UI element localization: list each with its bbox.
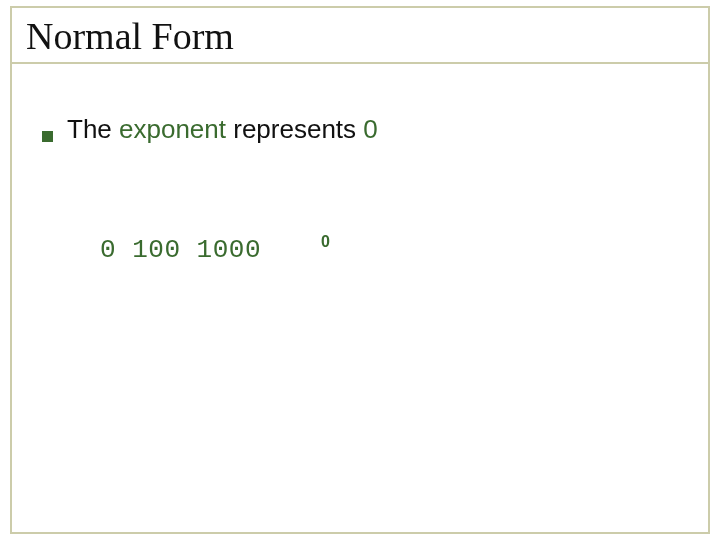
bullet-exponent-word: exponent — [119, 114, 226, 144]
bullet-zero: 0 — [363, 114, 377, 144]
slide-content: The exponent represents 0 0 100 1000 0 — [12, 64, 708, 265]
title-bar: Normal Form — [12, 6, 708, 64]
exponent-value: 0 — [321, 233, 330, 251]
bullet-prefix: The — [67, 114, 119, 144]
title-top-rule — [12, 6, 708, 8]
title-underline — [12, 62, 708, 64]
bullet-text: The exponent represents 0 — [67, 114, 378, 145]
bullet-item: The exponent represents 0 — [42, 114, 678, 145]
example-row: 0 100 1000 0 — [42, 235, 678, 265]
bit-pattern: 0 100 1000 — [100, 235, 261, 265]
square-bullet-icon — [42, 131, 53, 142]
bullet-middle: represents — [226, 114, 363, 144]
slide-frame: Normal Form The exponent represents 0 0 … — [10, 6, 710, 534]
slide-title: Normal Form — [26, 14, 240, 58]
